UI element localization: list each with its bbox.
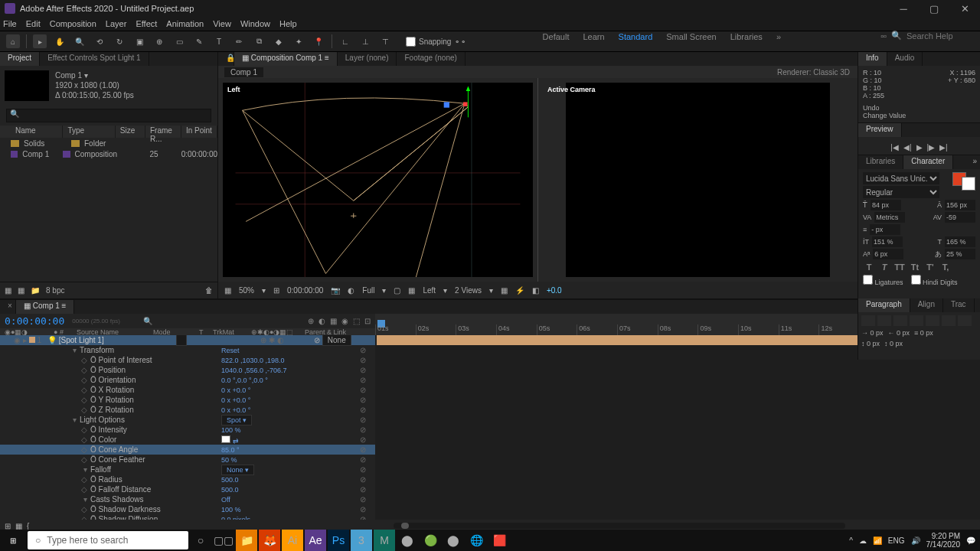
viewport-right[interactable]: Active Camera After Eff <box>537 78 858 282</box>
tab-audio[interactable]: Audio <box>887 52 923 66</box>
tray-lang[interactable]: ENG <box>888 536 905 545</box>
app-icon[interactable]: 🟥 <box>488 530 510 551</box>
play-icon[interactable]: ▶ <box>916 143 923 152</box>
clone-tool-icon[interactable]: ⧉ <box>252 34 266 48</box>
interpret-icon[interactable]: ▦ <box>5 286 11 295</box>
track-area[interactable] <box>375 335 980 520</box>
clock-date[interactable]: 7/14/2020 <box>926 540 961 549</box>
faux-bold[interactable]: T <box>863 262 875 272</box>
clock-time[interactable]: 9:20 PM <box>926 532 961 540</box>
timeline-layer-row[interactable]: ◇Ö Orientation0.0 °,0.0 °,0.0 °⊘ <box>0 375 375 385</box>
last-frame-icon[interactable]: ▶| <box>939 143 948 152</box>
switch-icon[interactable]: ⊞ <box>5 522 11 530</box>
switch-icon[interactable]: { <box>27 522 29 530</box>
timeline-layer-row[interactable]: ◇Ö Radius500.0⊘ <box>0 474 375 484</box>
menu-effect[interactable]: Effect <box>136 19 157 28</box>
timeline-layer-row[interactable]: ◇Ö Falloff Distance500.0⊘ <box>0 484 375 494</box>
timeline-layer-row[interactable]: ▾TransformReset⊘ <box>0 345 375 355</box>
close-button[interactable]: ✕ <box>949 0 980 17</box>
roto-tool-icon[interactable]: ✦ <box>292 34 305 48</box>
transp-icon[interactable]: ▦ <box>408 286 415 295</box>
ws-default[interactable]: Default <box>543 32 570 41</box>
switch-icon[interactable]: ▦ <box>15 522 22 530</box>
timeline-layer-row[interactable]: ▾Light OptionsSpot ▾⊘ <box>0 415 375 425</box>
anchor-tool-icon[interactable]: ⊕ <box>152 34 166 48</box>
home-icon[interactable]: ⌂ <box>6 34 20 48</box>
taskbar-search[interactable]: ○ Type here to search <box>28 531 188 549</box>
stroke-swatch[interactable] <box>962 177 975 191</box>
justify-left[interactable] <box>910 315 923 326</box>
tab-trac[interactable]: Trac <box>943 298 975 312</box>
tab-layer[interactable]: Layer (none) <box>338 52 397 66</box>
type-tool-icon[interactable]: T <box>212 34 226 48</box>
eraser-tool-icon[interactable]: ◆ <box>272 34 286 48</box>
tab-paragraph[interactable]: Paragraph <box>858 298 910 312</box>
new-comp-icon[interactable]: ▦ <box>18 286 24 295</box>
timeline-layer-row[interactable]: ◇Ö Shadow Diffusion0.0 pixels⊘ <box>0 514 375 520</box>
firefox-icon[interactable]: 🦊 <box>259 530 280 551</box>
prev-frame-icon[interactable]: ◀| <box>903 143 912 152</box>
renderer-select[interactable]: Classic 3D <box>813 68 850 77</box>
res-icon[interactable]: ⊞ <box>273 286 279 295</box>
fast-icon[interactable]: ⚡ <box>515 286 524 295</box>
superscript[interactable]: T' <box>924 262 936 272</box>
orbit-tool-icon[interactable]: ⟲ <box>93 34 106 48</box>
project-item-comp[interactable]: Comp 1 Composition 25 0:00:00:00 <box>0 148 217 159</box>
photoshop-icon[interactable]: Ps <box>328 530 349 551</box>
exposure[interactable]: +0.0 <box>547 286 562 295</box>
ws-learn[interactable]: Learn <box>583 32 604 41</box>
hindi-checkbox[interactable]: Hindi Digits <box>911 275 958 286</box>
tl-icon[interactable]: ◉ <box>341 317 348 325</box>
ws-standard[interactable]: Standard <box>619 32 653 41</box>
lock-icon[interactable]: 🔒 <box>218 52 234 66</box>
menu-help[interactable]: Help <box>279 19 297 28</box>
rotate-tool-icon[interactable]: ↻ <box>113 34 126 48</box>
menu-composition[interactable]: Composition <box>50 19 96 28</box>
faux-italic[interactable]: T <box>878 262 890 272</box>
cortana-icon[interactable]: ○ <box>190 530 211 551</box>
vscale-input[interactable] <box>872 236 903 247</box>
tab-composition[interactable]: ▦ Composition Comp 1 ≡ <box>234 52 338 66</box>
new-folder-icon[interactable]: 📁 <box>31 286 40 295</box>
tl-icon[interactable]: ⊡ <box>364 317 371 325</box>
timeline-layer-row[interactable]: ◇Ö Z Rotation0 x +0.0 °⊘ <box>0 405 375 415</box>
view-select[interactable]: Left <box>423 286 436 295</box>
menu-animation[interactable]: Animation <box>166 19 204 28</box>
timeline-layer-row[interactable]: ◇Ö Y Rotation0 x +0.0 °⊘ <box>0 395 375 405</box>
channel-icon[interactable]: ◐ <box>348 286 354 295</box>
3dsmax-icon[interactable]: 3 <box>351 530 372 551</box>
timeline-layer-row[interactable]: ◇Ö X Rotation0 x +0.0 °⊘ <box>0 385 375 395</box>
shape-tool-icon[interactable]: ▭ <box>172 34 186 48</box>
tl-icon[interactable]: ▦ <box>330 317 337 325</box>
timeline-layer-row[interactable]: ◇Ö Color ⇄⊘ <box>0 435 375 445</box>
taskview-icon[interactable]: ▢▢ <box>213 530 234 551</box>
tab-footage[interactable]: Footage (none) <box>397 52 465 66</box>
ws-small[interactable]: Small Screen <box>666 32 716 41</box>
next-frame-icon[interactable]: |▶ <box>927 143 936 152</box>
tray-volume-icon[interactable]: 🔊 <box>911 536 920 545</box>
viewport-left[interactable]: Left <box>218 78 537 282</box>
new-tab-icon[interactable]: × <box>0 300 16 314</box>
pixel-icon[interactable]: ▦ <box>501 286 508 295</box>
ws-more-icon[interactable]: » <box>776 32 781 41</box>
notifications-icon[interactable]: 💬 <box>966 536 975 545</box>
numviews-select[interactable]: 2 Views <box>455 286 482 295</box>
font-size-input[interactable] <box>871 200 901 210</box>
maximize-button[interactable]: ▢ <box>919 0 949 17</box>
leading-input[interactable] <box>945 200 975 210</box>
puppet-tool-icon[interactable]: 📍 <box>312 34 325 48</box>
mag-select[interactable]: 50% <box>239 286 254 295</box>
align-right[interactable] <box>893 315 907 326</box>
timeline-layer-row[interactable]: ▾FalloffNone ▾⊘ <box>0 465 375 474</box>
timeline-layer-row[interactable]: ▾Casts ShadowsOff⊘ <box>0 494 375 504</box>
tab-comp1[interactable]: ▦ Comp 1 ≡ <box>16 300 74 314</box>
obs-icon[interactable]: ⬤ <box>397 530 418 551</box>
snap-opts-icon[interactable]: ⚬⚬ <box>454 37 466 46</box>
kerning-input[interactable] <box>874 212 905 223</box>
snapping-checkbox[interactable] <box>406 37 416 47</box>
roi-icon[interactable]: ▢ <box>394 286 400 295</box>
timeline-layer-row[interactable]: ◇Ö Shadow Darkness100 %⊘ <box>0 504 375 514</box>
time-display[interactable]: 0:00:00:00 <box>287 286 323 295</box>
first-frame-icon[interactable]: |◀ <box>890 143 899 152</box>
stroke-input[interactable] <box>870 224 900 235</box>
